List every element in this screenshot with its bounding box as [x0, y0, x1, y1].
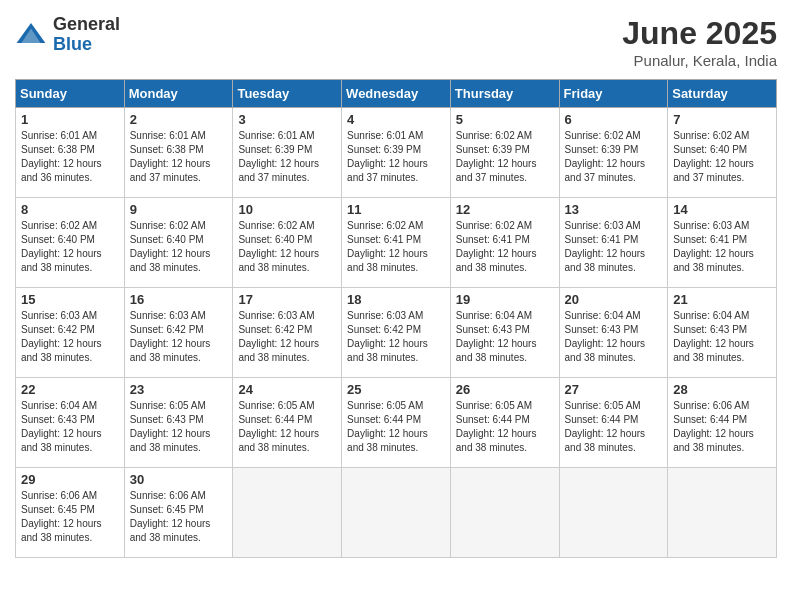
- cell-info: Sunrise: 6:03 AMSunset: 6:41 PMDaylight:…: [673, 220, 754, 273]
- col-sunday: Sunday: [16, 80, 125, 108]
- day-number: 7: [673, 112, 771, 127]
- table-row: 11 Sunrise: 6:02 AMSunset: 6:41 PMDaylig…: [342, 198, 451, 288]
- col-saturday: Saturday: [668, 80, 777, 108]
- cell-info: Sunrise: 6:02 AMSunset: 6:41 PMDaylight:…: [456, 220, 537, 273]
- table-row: 8 Sunrise: 6:02 AMSunset: 6:40 PMDayligh…: [16, 198, 125, 288]
- day-number: 20: [565, 292, 663, 307]
- table-row: 13 Sunrise: 6:03 AMSunset: 6:41 PMDaylig…: [559, 198, 668, 288]
- table-row: 23 Sunrise: 6:05 AMSunset: 6:43 PMDaylig…: [124, 378, 233, 468]
- week-row: 22 Sunrise: 6:04 AMSunset: 6:43 PMDaylig…: [16, 378, 777, 468]
- cell-info: Sunrise: 6:04 AMSunset: 6:43 PMDaylight:…: [456, 310, 537, 363]
- table-row: 30 Sunrise: 6:06 AMSunset: 6:45 PMDaylig…: [124, 468, 233, 558]
- cell-info: Sunrise: 6:03 AMSunset: 6:42 PMDaylight:…: [130, 310, 211, 363]
- table-row: 24 Sunrise: 6:05 AMSunset: 6:44 PMDaylig…: [233, 378, 342, 468]
- table-row: 4 Sunrise: 6:01 AMSunset: 6:39 PMDayligh…: [342, 108, 451, 198]
- table-row: 20 Sunrise: 6:04 AMSunset: 6:43 PMDaylig…: [559, 288, 668, 378]
- week-row: 15 Sunrise: 6:03 AMSunset: 6:42 PMDaylig…: [16, 288, 777, 378]
- day-number: 13: [565, 202, 663, 217]
- cell-info: Sunrise: 6:05 AMSunset: 6:44 PMDaylight:…: [238, 400, 319, 453]
- day-number: 19: [456, 292, 554, 307]
- day-number: 6: [565, 112, 663, 127]
- table-row: 25 Sunrise: 6:05 AMSunset: 6:44 PMDaylig…: [342, 378, 451, 468]
- table-row: 12 Sunrise: 6:02 AMSunset: 6:41 PMDaylig…: [450, 198, 559, 288]
- day-number: 9: [130, 202, 228, 217]
- cell-info: Sunrise: 6:05 AMSunset: 6:44 PMDaylight:…: [347, 400, 428, 453]
- day-number: 1: [21, 112, 119, 127]
- calendar: Sunday Monday Tuesday Wednesday Thursday…: [15, 79, 777, 558]
- day-number: 14: [673, 202, 771, 217]
- logo: General Blue: [15, 15, 120, 55]
- location: Punalur, Kerala, India: [622, 52, 777, 69]
- day-number: 3: [238, 112, 336, 127]
- logo-icon: [15, 19, 47, 51]
- table-row: 22 Sunrise: 6:04 AMSunset: 6:43 PMDaylig…: [16, 378, 125, 468]
- day-number: 2: [130, 112, 228, 127]
- cell-info: Sunrise: 6:06 AMSunset: 6:45 PMDaylight:…: [130, 490, 211, 543]
- week-row: 1 Sunrise: 6:01 AMSunset: 6:38 PMDayligh…: [16, 108, 777, 198]
- cell-info: Sunrise: 6:02 AMSunset: 6:40 PMDaylight:…: [673, 130, 754, 183]
- table-row: 3 Sunrise: 6:01 AMSunset: 6:39 PMDayligh…: [233, 108, 342, 198]
- cell-info: Sunrise: 6:06 AMSunset: 6:45 PMDaylight:…: [21, 490, 102, 543]
- col-thursday: Thursday: [450, 80, 559, 108]
- table-row: 5 Sunrise: 6:02 AMSunset: 6:39 PMDayligh…: [450, 108, 559, 198]
- cell-info: Sunrise: 6:02 AMSunset: 6:39 PMDaylight:…: [565, 130, 646, 183]
- cell-info: Sunrise: 6:05 AMSunset: 6:44 PMDaylight:…: [456, 400, 537, 453]
- day-number: 8: [21, 202, 119, 217]
- cell-info: Sunrise: 6:06 AMSunset: 6:44 PMDaylight:…: [673, 400, 754, 453]
- month-title: June 2025: [622, 15, 777, 52]
- day-number: 29: [21, 472, 119, 487]
- logo-text: General Blue: [53, 15, 120, 55]
- day-number: 28: [673, 382, 771, 397]
- cell-info: Sunrise: 6:03 AMSunset: 6:41 PMDaylight:…: [565, 220, 646, 273]
- col-wednesday: Wednesday: [342, 80, 451, 108]
- table-row: 19 Sunrise: 6:04 AMSunset: 6:43 PMDaylig…: [450, 288, 559, 378]
- cell-info: Sunrise: 6:03 AMSunset: 6:42 PMDaylight:…: [238, 310, 319, 363]
- table-row: 28 Sunrise: 6:06 AMSunset: 6:44 PMDaylig…: [668, 378, 777, 468]
- cell-info: Sunrise: 6:02 AMSunset: 6:40 PMDaylight:…: [130, 220, 211, 273]
- table-row: 29 Sunrise: 6:06 AMSunset: 6:45 PMDaylig…: [16, 468, 125, 558]
- cell-info: Sunrise: 6:03 AMSunset: 6:42 PMDaylight:…: [347, 310, 428, 363]
- cell-info: Sunrise: 6:02 AMSunset: 6:39 PMDaylight:…: [456, 130, 537, 183]
- table-row: 21 Sunrise: 6:04 AMSunset: 6:43 PMDaylig…: [668, 288, 777, 378]
- cell-info: Sunrise: 6:05 AMSunset: 6:44 PMDaylight:…: [565, 400, 646, 453]
- cell-info: Sunrise: 6:04 AMSunset: 6:43 PMDaylight:…: [565, 310, 646, 363]
- empty-cell: [668, 468, 777, 558]
- day-number: 18: [347, 292, 445, 307]
- table-row: 15 Sunrise: 6:03 AMSunset: 6:42 PMDaylig…: [16, 288, 125, 378]
- day-number: 17: [238, 292, 336, 307]
- table-row: 26 Sunrise: 6:05 AMSunset: 6:44 PMDaylig…: [450, 378, 559, 468]
- day-number: 10: [238, 202, 336, 217]
- logo-general-text: General: [53, 15, 120, 35]
- day-number: 16: [130, 292, 228, 307]
- week-row: 8 Sunrise: 6:02 AMSunset: 6:40 PMDayligh…: [16, 198, 777, 288]
- day-number: 25: [347, 382, 445, 397]
- day-number: 30: [130, 472, 228, 487]
- day-number: 23: [130, 382, 228, 397]
- title-area: June 2025 Punalur, Kerala, India: [622, 15, 777, 69]
- col-tuesday: Tuesday: [233, 80, 342, 108]
- table-row: 2 Sunrise: 6:01 AMSunset: 6:38 PMDayligh…: [124, 108, 233, 198]
- table-row: 6 Sunrise: 6:02 AMSunset: 6:39 PMDayligh…: [559, 108, 668, 198]
- cell-info: Sunrise: 6:01 AMSunset: 6:38 PMDaylight:…: [130, 130, 211, 183]
- day-number: 21: [673, 292, 771, 307]
- empty-cell: [450, 468, 559, 558]
- day-number: 4: [347, 112, 445, 127]
- table-row: 7 Sunrise: 6:02 AMSunset: 6:40 PMDayligh…: [668, 108, 777, 198]
- cell-info: Sunrise: 6:04 AMSunset: 6:43 PMDaylight:…: [21, 400, 102, 453]
- table-row: 16 Sunrise: 6:03 AMSunset: 6:42 PMDaylig…: [124, 288, 233, 378]
- day-number: 27: [565, 382, 663, 397]
- table-row: 17 Sunrise: 6:03 AMSunset: 6:42 PMDaylig…: [233, 288, 342, 378]
- day-number: 12: [456, 202, 554, 217]
- logo-blue-text: Blue: [53, 35, 120, 55]
- table-row: 1 Sunrise: 6:01 AMSunset: 6:38 PMDayligh…: [16, 108, 125, 198]
- cell-info: Sunrise: 6:02 AMSunset: 6:40 PMDaylight:…: [238, 220, 319, 273]
- cell-info: Sunrise: 6:05 AMSunset: 6:43 PMDaylight:…: [130, 400, 211, 453]
- day-number: 11: [347, 202, 445, 217]
- week-row: 29 Sunrise: 6:06 AMSunset: 6:45 PMDaylig…: [16, 468, 777, 558]
- header: General Blue June 2025 Punalur, Kerala, …: [15, 15, 777, 69]
- table-row: 9 Sunrise: 6:02 AMSunset: 6:40 PMDayligh…: [124, 198, 233, 288]
- empty-cell: [233, 468, 342, 558]
- day-number: 5: [456, 112, 554, 127]
- cell-info: Sunrise: 6:03 AMSunset: 6:42 PMDaylight:…: [21, 310, 102, 363]
- table-row: 14 Sunrise: 6:03 AMSunset: 6:41 PMDaylig…: [668, 198, 777, 288]
